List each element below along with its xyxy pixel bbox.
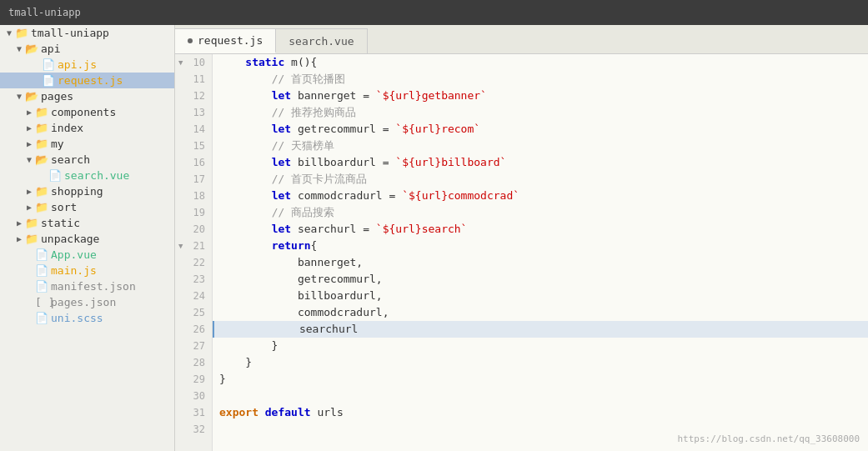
- line-num-23: 23: [175, 271, 212, 288]
- line-num-14: 14: [175, 121, 212, 138]
- code-line-24: billboardurl,: [213, 288, 868, 304]
- unpackage-arrow: ▶: [13, 234, 25, 243]
- line-num-22: 22: [175, 254, 212, 271]
- code-line-17: // 首页卡片流商品: [213, 171, 868, 188]
- line-num-19: 19: [175, 204, 212, 221]
- tab-modified-dot: [188, 38, 193, 43]
- sidebar-item-sort[interactable]: ▶ 📁 sort: [0, 199, 174, 215]
- sidebar-item-static[interactable]: ▶ 📁 static: [0, 215, 174, 231]
- sidebar-item-pages-json[interactable]: [ ] pages.json: [0, 294, 174, 310]
- components-label: components: [51, 106, 116, 118]
- line-num-11: 11: [175, 71, 212, 88]
- line-num-32: 32: [175, 421, 212, 438]
- sidebar-item-shopping[interactable]: ▶ 📁 shopping: [0, 183, 174, 199]
- code-line-28: }: [213, 354, 868, 371]
- tab-search-vue[interactable]: search.vue: [276, 28, 367, 53]
- code-line-14: let getrecommurl = `${url}recom`: [213, 121, 868, 138]
- main-js-label: main.js: [51, 264, 97, 277]
- code-line-20: let searchurl = `${url}search`: [213, 221, 868, 238]
- sidebar-item-api[interactable]: ▼ 📂 api: [0, 41, 174, 57]
- editor-area: request.js search.vue 10 11 12 13 14 15 …: [175, 25, 868, 451]
- api-arrow: ▼: [13, 44, 25, 53]
- code-line-10: static m(){: [213, 54, 868, 71]
- sidebar-item-search[interactable]: ▼ 📂 search: [0, 152, 174, 168]
- code-line-31: export default urls: [213, 404, 868, 421]
- line-num-20: 20: [175, 221, 212, 238]
- code-line-25: commodcradurl,: [213, 304, 868, 321]
- shopping-folder-icon: 📁: [35, 185, 48, 198]
- main-js-icon: 📄: [35, 264, 48, 277]
- pages-folder-icon: 📂: [25, 90, 38, 103]
- code-line-21: return{: [213, 238, 868, 254]
- sidebar-item-index[interactable]: ▶ 📁 index: [0, 120, 174, 136]
- search-folder-icon: 📂: [35, 153, 48, 166]
- request-js-icon: 📄: [42, 74, 55, 87]
- index-arrow: ▶: [23, 123, 35, 133]
- line-num-15: 15: [175, 138, 212, 154]
- tab-request-js-label: request.js: [198, 34, 263, 47]
- code-line-29: }: [213, 371, 868, 388]
- sidebar-item-unpackage[interactable]: ▶ 📁 unpackage: [0, 231, 174, 247]
- code-line-13: // 推荐抢购商品: [213, 104, 868, 121]
- search-arrow: ▼: [23, 155, 35, 164]
- components-arrow: ▶: [23, 108, 35, 117]
- search-label: search: [51, 153, 90, 166]
- uni-css-icon: 📄: [35, 312, 48, 324]
- tab-request-js[interactable]: request.js: [175, 28, 276, 53]
- code-line-15: // 天猫榜单: [213, 138, 868, 154]
- shopping-label: shopping: [51, 185, 103, 198]
- pages-label: pages: [41, 90, 73, 103]
- pages-json-icon: [ ]: [35, 296, 48, 308]
- sidebar-item-manifest[interactable]: 📄 manifest.json: [0, 278, 174, 294]
- code-line-30: [213, 388, 868, 404]
- sidebar-item-my[interactable]: ▶ 📁 my: [0, 136, 174, 152]
- sidebar-item-main-js[interactable]: 📄 main.js: [0, 263, 174, 278]
- api-label: api: [41, 43, 60, 55]
- index-label: index: [51, 122, 83, 134]
- tabs-bar: request.js search.vue: [175, 25, 868, 54]
- code-line-22: bannerget,: [213, 254, 868, 271]
- sidebar: ▼ 📁 tmall-uniapp ▼ 📂 api 📄 api.js 📄 requ…: [0, 25, 175, 451]
- app-vue-icon: 📄: [35, 248, 48, 261]
- title-bar: tmall-uniapp: [0, 0, 868, 25]
- sidebar-item-pages[interactable]: ▼ 📂 pages: [0, 88, 174, 104]
- line-num-24: 24: [175, 288, 212, 304]
- line-num-25: 25: [175, 304, 212, 321]
- sidebar-item-app-vue[interactable]: 📄 App.vue: [0, 247, 174, 263]
- sidebar-item-api-js[interactable]: 📄 api.js: [0, 57, 174, 73]
- my-folder-icon: 📁: [35, 138, 48, 150]
- sort-arrow: ▶: [23, 203, 35, 212]
- sidebar-item-components[interactable]: ▶ 📁 components: [0, 104, 174, 120]
- api-js-icon: 📄: [42, 58, 55, 71]
- unpackage-folder-icon: 📁: [25, 233, 38, 245]
- sidebar-item-uni-css[interactable]: 📄 uni.scss: [0, 310, 174, 326]
- sort-label: sort: [51, 201, 77, 213]
- title-bar-text: tmall-uniapp: [8, 7, 81, 18]
- code-line-26: searchurl: [213, 321, 868, 338]
- root-folder-icon: 📁: [15, 27, 28, 39]
- line-num-21: 21: [175, 238, 212, 254]
- shopping-arrow: ▶: [23, 187, 35, 196]
- line-num-28: 28: [175, 354, 212, 371]
- root-label: tmall-uniapp: [31, 27, 109, 39]
- line-num-17: 17: [175, 171, 212, 188]
- app-vue-label: App.vue: [51, 248, 97, 261]
- root-item[interactable]: ▼ 📁 tmall-uniapp: [0, 25, 174, 41]
- sidebar-item-request-js[interactable]: 📄 request.js: [0, 73, 174, 88]
- line-num-13: 13: [175, 104, 212, 121]
- manifest-label: manifest.json: [51, 280, 136, 293]
- code-editor[interactable]: 10 11 12 13 14 15 16 17 18 19 20 21 22 2…: [175, 54, 868, 451]
- request-js-label: request.js: [58, 74, 123, 87]
- code-line-19: // 商品搜索: [213, 204, 868, 221]
- root-arrow: ▼: [3, 28, 15, 38]
- editor-wrapper: 10 11 12 13 14 15 16 17 18 19 20 21 22 2…: [175, 54, 868, 451]
- line-num-31: 31: [175, 404, 212, 421]
- unpackage-label: unpackage: [41, 233, 99, 245]
- pages-arrow: ▼: [13, 92, 25, 101]
- sidebar-item-search-vue[interactable]: 📄 search.vue: [0, 168, 174, 183]
- line-num-26: 26: [175, 321, 212, 338]
- sort-folder-icon: 📁: [35, 201, 48, 213]
- manifest-icon: 📄: [35, 280, 48, 293]
- line-num-29: 29: [175, 371, 212, 388]
- code-lines: static m(){ // 首页轮播图 let bannerget = `${…: [213, 54, 868, 451]
